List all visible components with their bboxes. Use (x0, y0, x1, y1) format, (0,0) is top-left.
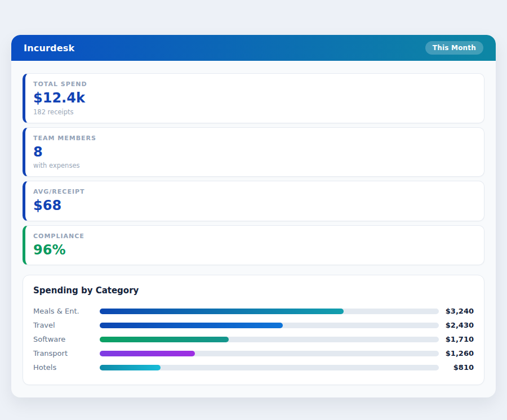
chart-title: Spending by Category (33, 285, 474, 296)
stat-label: TEAM MEMBERS (33, 135, 475, 142)
stats-section: TOTAL SPEND $12.4k 182 receipts TEAM MEM… (23, 73, 484, 265)
bar-track (100, 365, 439, 370)
category-value: $1,260 (439, 349, 474, 358)
chart-row: Transport $1,260 (33, 346, 474, 360)
bar-track (100, 323, 439, 328)
stat-label: TOTAL SPEND (33, 81, 475, 88)
bar-fill (100, 351, 195, 356)
spending-chart-card: Spending by Category Meals & Ent. $3,240… (23, 275, 484, 385)
dashboard-body: TOTAL SPEND $12.4k 182 receipts TEAM MEM… (11, 61, 496, 397)
bar-fill (100, 337, 229, 342)
category-label: Travel (33, 321, 100, 329)
stat-value: 96% (33, 243, 475, 258)
category-value: $1,710 (439, 335, 474, 343)
bar-track (100, 309, 439, 314)
stat-card: COMPLIANCE 96% (23, 225, 484, 266)
chart-row: Hotels $810 (33, 360, 474, 374)
period-badge[interactable]: This Month (425, 41, 483, 55)
stat-label: AVG/RECEIPT (33, 188, 475, 195)
chart-rows: Meals & Ent. $3,240 Travel $2,430 Softwa… (33, 304, 474, 374)
chart-row: Meals & Ent. $3,240 (33, 304, 474, 318)
category-label: Transport (33, 349, 100, 358)
app-title: Incurdesk (24, 43, 74, 53)
bar-fill (100, 323, 283, 328)
category-value: $810 (439, 363, 474, 372)
category-label: Software (33, 335, 100, 343)
stat-value: $12.4k (33, 91, 475, 106)
stat-card: TOTAL SPEND $12.4k 182 receipts (23, 73, 484, 123)
stat-subtext: with expenses (33, 162, 475, 169)
category-label: Hotels (33, 363, 100, 372)
bar-track (100, 351, 439, 356)
stat-card: AVG/RECEIPT $68 (23, 181, 484, 221)
bar-fill (100, 309, 344, 314)
stat-value: $68 (33, 198, 475, 214)
stat-card: TEAM MEMBERS 8 with expenses (23, 127, 484, 177)
stat-label: COMPLIANCE (33, 233, 475, 240)
app-header: Incurdesk This Month (11, 35, 496, 61)
category-value: $2,430 (439, 321, 474, 329)
chart-row: Software $1,710 (33, 332, 474, 346)
bar-track (100, 337, 439, 342)
category-value: $3,240 (439, 307, 474, 315)
stat-subtext: 182 receipts (33, 108, 475, 116)
category-label: Meals & Ent. (33, 307, 100, 315)
stat-value: 8 (33, 145, 475, 160)
chart-row: Travel $2,430 (33, 318, 474, 332)
dashboard-container: Incurdesk This Month TOTAL SPEND $12.4k … (11, 35, 496, 397)
bar-fill (100, 365, 161, 370)
